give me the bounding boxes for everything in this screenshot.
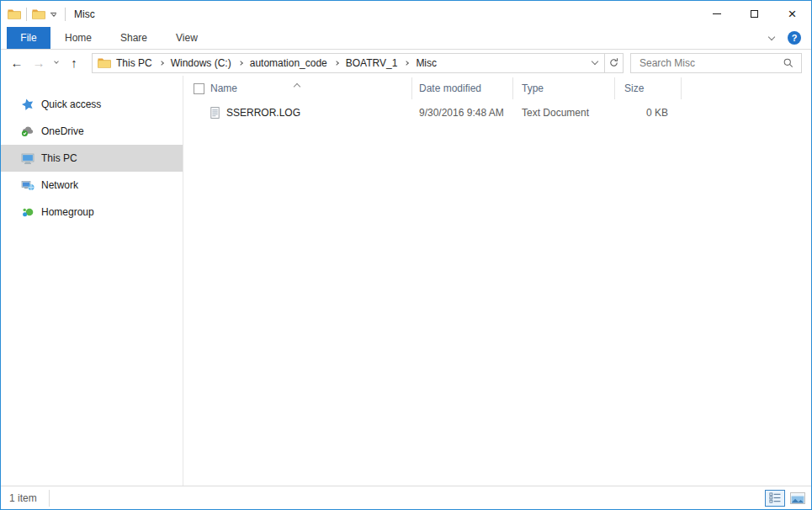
ribbon-right-controls: ? <box>769 27 811 49</box>
column-headers: NameDate modifiedTypeSize <box>183 77 811 99</box>
network-icon <box>21 178 34 192</box>
column-header-size[interactable]: Size <box>615 77 682 99</box>
sidebar-item-label: OneDrive <box>41 125 84 137</box>
file-rows: SSERROR.LOG9/30/2016 9:48 AMText Documen… <box>183 104 811 122</box>
folder-icon <box>98 56 111 70</box>
this-pc-monitor-icon <box>21 151 34 165</box>
minimize-button[interactable] <box>698 1 735 27</box>
help-icon[interactable]: ? <box>788 31 801 45</box>
window-folder-icon <box>8 8 21 21</box>
up-button[interactable]: ↑ <box>63 56 85 69</box>
breadcrumb-separator-icon <box>334 61 339 66</box>
details-view-icon <box>769 492 782 503</box>
breadcrumb-item[interactable]: Windows (C:) <box>171 57 231 69</box>
address-box[interactable]: This PCWindows (C:)automation_codeBOATRV… <box>92 53 605 73</box>
sidebar-item-label: Network <box>41 179 78 191</box>
expand-ribbon-icon[interactable] <box>768 33 775 40</box>
breadcrumb-item[interactable]: Misc <box>416 57 437 69</box>
recent-locations-icon[interactable] <box>50 62 63 63</box>
item-count: 1 item <box>9 492 37 504</box>
file-size: 0 KB <box>615 107 682 119</box>
search-icon[interactable] <box>783 57 794 69</box>
sidebar-item-homegroup[interactable]: Homegroup <box>1 199 183 226</box>
main-content: Quick accessOneDriveThis PCNetworkHomegr… <box>1 76 811 486</box>
quick-access-folder-icon[interactable] <box>32 8 45 21</box>
homegroup-icon <box>21 205 34 219</box>
column-header-date-modified[interactable]: Date modified <box>412 77 513 99</box>
breadcrumb-separator-icon <box>159 61 164 66</box>
breadcrumb: This PCWindows (C:)automation_codeBOATRV… <box>116 57 437 69</box>
minimize-icon <box>713 13 721 14</box>
column-header-type[interactable]: Type <box>513 77 615 99</box>
titlebar-separator <box>26 8 27 21</box>
window-title: Misc <box>74 8 95 20</box>
back-button[interactable]: ← <box>6 56 28 69</box>
sidebar-item-network[interactable]: Network <box>1 172 183 199</box>
status-bar: 1 item <box>1 486 811 509</box>
view-toggles <box>765 490 811 507</box>
sidebar-item-label: This PC <box>41 152 77 164</box>
file-type: Text Document <box>513 107 615 119</box>
refresh-icon <box>608 57 619 68</box>
sidebar-item-quick-access[interactable]: Quick access <box>1 91 183 118</box>
breadcrumb-separator-icon <box>405 61 410 66</box>
quick-access-star-icon <box>21 98 34 111</box>
explorer-window: Misc × File Home Share View ? ← → ↑ This… <box>0 0 812 510</box>
close-icon: × <box>788 7 797 21</box>
search-input[interactable] <box>638 56 783 70</box>
breadcrumb-item[interactable]: BOATRV_1 <box>346 57 398 69</box>
window-controls: × <box>698 1 811 27</box>
tab-share[interactable]: Share <box>106 27 162 49</box>
large-icons-view-button[interactable] <box>788 490 808 507</box>
sidebar-item-this-pc[interactable]: This PC <box>1 145 183 172</box>
titlebar[interactable]: Misc × <box>1 1 811 27</box>
text-document-icon <box>209 106 221 120</box>
tab-file[interactable]: File <box>7 27 50 49</box>
file-date-modified: 9/30/2016 9:48 AM <box>412 107 513 119</box>
select-all-checkbox[interactable] <box>194 83 204 94</box>
sidebar-item-label: Quick access <box>41 98 101 110</box>
breadcrumb-separator-icon <box>238 61 243 66</box>
customize-quick-access-toolbar-icon[interactable] <box>50 13 56 16</box>
table-row[interactable]: SSERROR.LOG9/30/2016 9:48 AMText Documen… <box>183 104 811 122</box>
address-dropdown-icon[interactable] <box>592 58 598 65</box>
breadcrumb-item[interactable]: This PC <box>116 57 152 69</box>
tab-home[interactable]: Home <box>50 27 106 49</box>
maximize-button[interactable] <box>735 1 773 27</box>
maximize-icon <box>751 10 758 18</box>
file-name: SSERROR.LOG <box>226 107 300 119</box>
close-button[interactable]: × <box>773 1 811 27</box>
statusbar-separator <box>49 490 50 507</box>
sort-ascending-icon <box>295 77 300 93</box>
details-view-button[interactable] <box>765 490 785 507</box>
onedrive-cloud-icon <box>21 125 34 138</box>
forward-button[interactable]: → <box>28 56 50 69</box>
file-list-area[interactable]: NameDate modifiedTypeSize SSERROR.LOG9/3… <box>183 76 811 486</box>
refresh-button[interactable] <box>605 53 624 73</box>
titlebar-separator <box>65 8 66 21</box>
sidebar-item-onedrive[interactable]: OneDrive <box>1 118 183 145</box>
search-box[interactable] <box>630 53 802 73</box>
large-icons-view-icon <box>790 492 805 504</box>
breadcrumb-item[interactable]: automation_code <box>250 57 327 69</box>
tab-view[interactable]: View <box>162 27 212 49</box>
ribbon-tabs: File Home Share View ? <box>1 27 811 50</box>
navigation-pane: Quick accessOneDriveThis PCNetworkHomegr… <box>1 76 183 486</box>
address-bar: ← → ↑ This PCWindows (C:)automation_code… <box>1 50 811 76</box>
sidebar-item-label: Homegroup <box>41 206 94 218</box>
